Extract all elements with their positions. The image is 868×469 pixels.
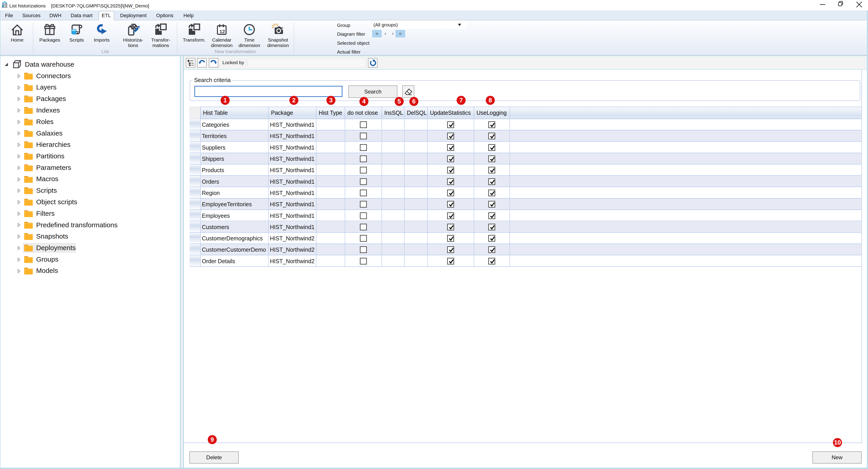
svg-text:12: 12 <box>219 29 225 34</box>
